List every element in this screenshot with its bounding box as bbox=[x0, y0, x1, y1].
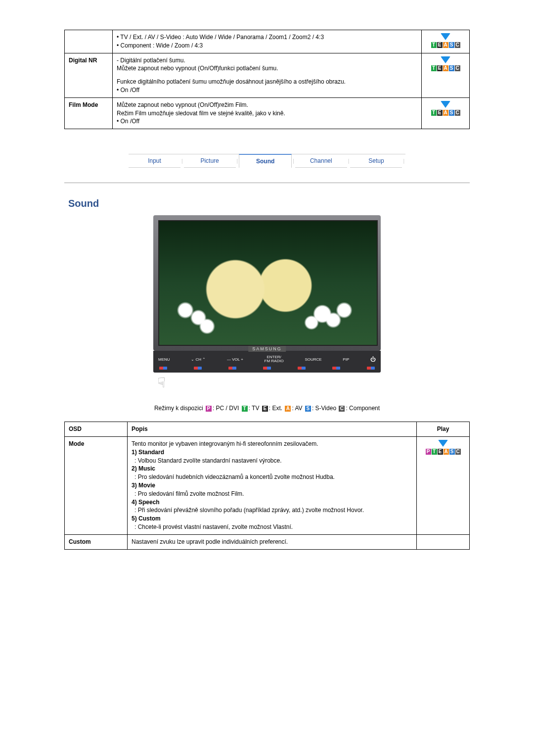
badge-c: C bbox=[455, 110, 460, 116]
play-down-icon[interactable] bbox=[438, 440, 448, 447]
sound-settings-table: OSD Popis Play Mode Tento monitor je vyb… bbox=[64, 422, 470, 549]
badge-a: A bbox=[443, 65, 448, 71]
nav-separator: | bbox=[236, 158, 239, 164]
tab-channel[interactable]: Channel bbox=[295, 154, 347, 168]
row-desc: Tento monitor je vybaven integrovaným hi… bbox=[128, 436, 417, 534]
btn-enter[interactable]: ENTER/ FM RADIO bbox=[265, 355, 284, 363]
item-title: 4) Speech bbox=[132, 499, 160, 506]
control-lights-row bbox=[157, 365, 377, 370]
divider bbox=[64, 183, 470, 183]
indicator-light bbox=[298, 367, 306, 370]
badge-a: A bbox=[444, 449, 449, 455]
badge-a: A bbox=[443, 110, 448, 116]
desc-intro: Tento monitor je vybaven integrovaným hi… bbox=[132, 440, 412, 448]
tv-controls: MENU ⌄ CH ⌃ — VOL + ENTER/ FM RADIO SOUR… bbox=[153, 351, 381, 373]
desc-line: • On /Off bbox=[117, 86, 417, 94]
nav-tabs: Input | Picture | Sound | Channel | Setu… bbox=[129, 154, 405, 168]
play-icon-container: T E A S C bbox=[426, 56, 465, 71]
tab-picture[interactable]: Picture bbox=[184, 154, 236, 168]
badge-t: T bbox=[431, 42, 437, 48]
picture-settings-table: • TV / Ext. / AV / S-Video : Auto Wide /… bbox=[64, 30, 470, 129]
mode-label: : Ext. bbox=[269, 405, 282, 412]
badge-c: C bbox=[455, 42, 460, 48]
play-cell: T E A S C bbox=[422, 97, 470, 129]
play-cell: T E A S C bbox=[422, 53, 470, 97]
section-title: Sound bbox=[68, 198, 470, 209]
nav-separator: | bbox=[402, 158, 405, 164]
badge-a: A bbox=[285, 406, 291, 412]
row-name: Film Mode bbox=[65, 97, 113, 129]
badge-t: T bbox=[431, 110, 437, 116]
tab-label: Channel bbox=[310, 157, 332, 164]
tab-label: Input bbox=[148, 157, 161, 164]
play-icon-container: T E A S C bbox=[426, 101, 465, 116]
power-icon[interactable]: ⏻ bbox=[370, 356, 376, 362]
item-title: 3) Movie bbox=[132, 482, 155, 489]
header-desc: Popis bbox=[128, 422, 417, 437]
table-row: Film Mode Můžete zapnout nebo vypnout (O… bbox=[65, 97, 470, 129]
badge-row: T E A S C bbox=[431, 65, 460, 71]
tab-setup[interactable]: Setup bbox=[350, 154, 402, 168]
play-cell: P T E A S C bbox=[417, 436, 470, 534]
item-title: 2) Music bbox=[132, 465, 155, 472]
btn-volume[interactable]: — VOL + bbox=[227, 357, 243, 362]
row-desc: • TV / Ext. / AV / S-Video : Auto Wide /… bbox=[113, 30, 422, 53]
row-name: Custom bbox=[65, 534, 128, 549]
badge-e: E bbox=[437, 42, 443, 48]
play-cell bbox=[417, 534, 470, 549]
desc-line: • TV / Ext. / AV / S-Video : Auto Wide /… bbox=[117, 33, 417, 42]
item-title: 1) Standard bbox=[132, 449, 164, 456]
row-desc: Můžete zapnout nebo vypnout (On/Off)reži… bbox=[113, 97, 422, 129]
row-name bbox=[65, 30, 113, 53]
row-name: Digital NR bbox=[65, 53, 113, 97]
btn-menu[interactable]: MENU bbox=[158, 357, 170, 362]
badge-a: A bbox=[443, 42, 448, 48]
spacer bbox=[117, 73, 417, 78]
play-cell: T E A S C bbox=[422, 30, 470, 53]
tab-label: Setup bbox=[368, 157, 384, 164]
tab-sound[interactable]: Sound bbox=[239, 154, 292, 168]
badge-p: P bbox=[426, 449, 431, 455]
desc-line: • Component : Wide / Zoom / 4:3 bbox=[117, 42, 417, 50]
play-icon-container: P T E A S C bbox=[421, 440, 465, 455]
play-icon-container: T E A S C bbox=[426, 33, 465, 48]
nav-separator: | bbox=[180, 158, 184, 164]
nav-separator: | bbox=[292, 158, 295, 164]
tv-brand-logo: SAMSUNG bbox=[248, 346, 286, 352]
badge-t: T bbox=[432, 449, 437, 455]
tv-monitor-image: SAMSUNG MENU ⌄ CH ⌃ — VOL + ENTER/ FM RA… bbox=[153, 215, 381, 391]
desc-line: Funkce digitálního potlačení šumu umožňu… bbox=[117, 78, 417, 86]
header-play: Play bbox=[417, 422, 470, 437]
play-down-icon[interactable] bbox=[441, 56, 450, 63]
tab-label: Sound bbox=[256, 158, 274, 165]
desc-line: Můžete zapnout nebo vypnout (On/Off)reži… bbox=[117, 101, 417, 109]
play-down-icon[interactable] bbox=[441, 33, 450, 40]
badge-s: S bbox=[305, 406, 311, 412]
item-desc: : Při sledování převážně slovního pořadu… bbox=[134, 506, 412, 515]
desc-line: - Digitální potlačení šumu. bbox=[117, 56, 417, 65]
mode-label: : PC / DVI bbox=[213, 405, 239, 412]
header-osd: OSD bbox=[65, 422, 128, 437]
play-down-icon[interactable] bbox=[441, 101, 450, 108]
item-desc: : Volbou Standard zvolíte standardní nas… bbox=[134, 457, 412, 465]
tv-frame: SAMSUNG bbox=[153, 215, 381, 351]
screen-butterfly-image bbox=[159, 221, 377, 345]
desc-line: Můžete zapnout nebo vypnout (On/Off)funk… bbox=[117, 64, 417, 73]
table-row: Mode Tento monitor je vybaven integrovan… bbox=[65, 436, 470, 534]
item-desc: : Pro sledování filmů zvolte možnost Fil… bbox=[134, 490, 412, 498]
indicator-light bbox=[332, 367, 340, 370]
btn-pip[interactable]: PIP bbox=[343, 357, 349, 362]
tv-screen bbox=[158, 220, 378, 346]
row-desc: - Digitální potlačení šumu. Můžete zapno… bbox=[113, 53, 422, 97]
badge-row: T E A S C bbox=[431, 42, 460, 48]
table-header-row: OSD Popis Play bbox=[65, 422, 470, 437]
control-labels-row: MENU ⌄ CH ⌃ — VOL + ENTER/ FM RADIO SOUR… bbox=[157, 354, 377, 365]
page-container: • TV / Ext. / AV / S-Video : Auto Wide /… bbox=[44, 0, 490, 569]
row-desc: Nastavení zvuku lze upravit podle indivi… bbox=[128, 534, 417, 549]
tab-input[interactable]: Input bbox=[129, 154, 180, 168]
btn-channel[interactable]: ⌄ CH ⌃ bbox=[191, 357, 206, 362]
nav-separator: | bbox=[347, 158, 351, 164]
item-desc: : Pro sledování hudebních videozáznamů a… bbox=[134, 473, 412, 481]
btn-source[interactable]: SOURCE bbox=[305, 357, 321, 362]
badge-s: S bbox=[449, 110, 454, 116]
